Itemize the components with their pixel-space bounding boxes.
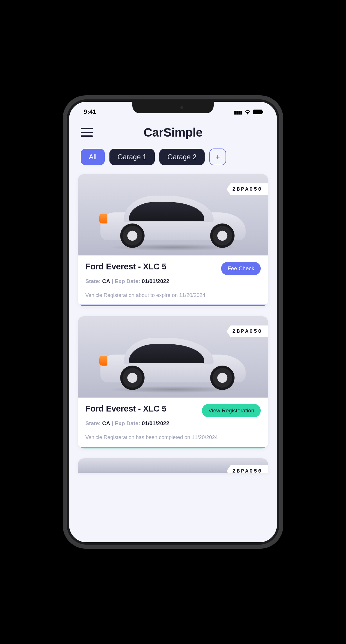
status-time: 9:41 — [84, 108, 96, 116]
status-bar-indicator — [78, 447, 268, 448]
vehicle-image: 2BPA050 — [78, 458, 268, 473]
filter-bar: All Garage 1 Garage 2 + — [69, 146, 277, 174]
vehicle-note: Vehicle Registeration about to expire on… — [78, 287, 268, 305]
filter-garage-1[interactable]: Garage 1 — [109, 149, 155, 165]
fee-check-button[interactable]: Fee Check — [221, 262, 261, 275]
car-illustration — [92, 189, 254, 250]
status-bar-indicator — [78, 305, 268, 306]
vehicle-card[interactable]: 2BPA050 — [78, 458, 268, 473]
add-garage-button[interactable]: + — [209, 149, 226, 165]
phone-frame: 9:41 CarSimple All Garage 1 Garage 2 + — [63, 95, 283, 549]
vehicle-meta: State: CA | Exp Date: 01/01/2022 — [85, 420, 261, 427]
app-title: CarSimple — [143, 126, 202, 139]
vehicle-image: 2BPA050 — [78, 174, 268, 255]
wifi-icon — [244, 109, 251, 115]
battery-icon — [253, 110, 262, 114]
menu-icon[interactable] — [81, 128, 93, 137]
filter-garage-2[interactable]: Garage 2 — [159, 149, 205, 165]
screen: 9:41 CarSimple All Garage 1 Garage 2 + — [69, 102, 277, 542]
vehicle-list: 2BPA050 Ford Everest - XLC 5 Fee Check — [69, 174, 277, 473]
license-plate: 2BPA050 — [226, 465, 268, 473]
vehicle-card[interactable]: 2BPA050 Ford Everest - XLC 5 View Regist… — [78, 316, 268, 448]
status-icons — [234, 108, 262, 116]
vehicle-image: 2BPA050 — [78, 316, 268, 398]
vehicle-title: Ford Everest - XLC 5 — [85, 262, 166, 271]
vehicle-title: Ford Everest - XLC 5 — [85, 404, 166, 414]
filter-all[interactable]: All — [81, 149, 105, 165]
vehicle-note: Vehicle Registeration has been completed… — [78, 429, 268, 447]
vehicle-card[interactable]: 2BPA050 Ford Everest - XLC 5 Fee Check — [78, 174, 268, 306]
phone-bezel: 9:41 CarSimple All Garage 1 Garage 2 + — [67, 99, 279, 545]
app-header: CarSimple — [69, 119, 277, 146]
car-illustration — [92, 331, 254, 392]
notch — [132, 102, 214, 113]
view-registration-button[interactable]: View Registeration — [202, 404, 261, 417]
signal-icon — [234, 108, 242, 116]
vehicle-meta: State: CA | Exp Date: 01/01/2022 — [85, 278, 261, 285]
